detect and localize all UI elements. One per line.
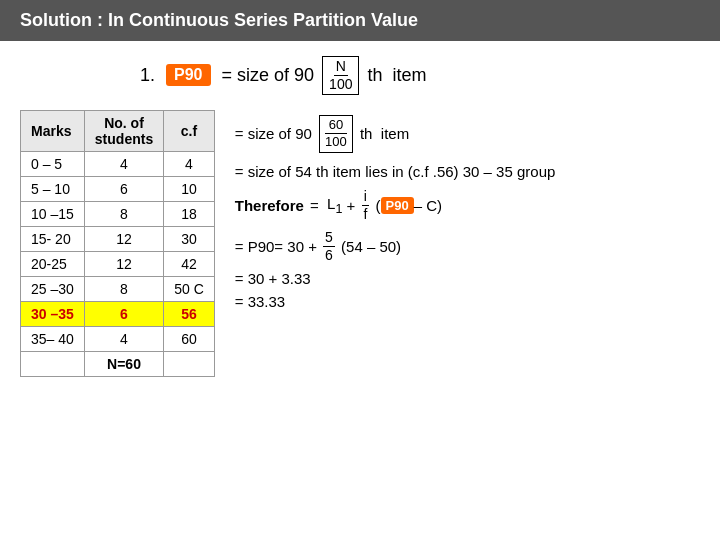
minus-c: – C): [414, 197, 442, 214]
table-cell-5-1: 8: [84, 276, 163, 301]
therefore-equals: =: [310, 197, 319, 214]
table-row: 35– 40460: [21, 326, 215, 351]
table-row: 5 – 10610: [21, 176, 215, 201]
table-cell-7-1: 4: [84, 326, 163, 351]
table-cell-3-0: 15- 20: [21, 226, 85, 251]
formula-fraction: 60 100: [319, 115, 353, 154]
header-title: Solution : In Continuous Series Partitio…: [20, 10, 418, 30]
table-cell-4-2: 42: [164, 251, 215, 276]
line1-fraction: N 100: [322, 56, 359, 95]
table-cell-0-0: 0 – 5: [21, 151, 85, 176]
table-cell-4-1: 12: [84, 251, 163, 276]
eq2-suffix: (54 – 50): [341, 238, 401, 255]
col-header-marks: Marks: [21, 110, 85, 151]
table-cell-3-2: 30: [164, 226, 215, 251]
line1-item: item: [393, 65, 427, 86]
formula-header-line: = size of 90 60 100 th item: [235, 115, 700, 154]
eq3-line: = 30 + 3.33: [235, 270, 700, 287]
i-numerator: i: [362, 188, 369, 206]
i-over-f-fraction: i f: [361, 188, 369, 223]
eq2-fraction: 5 6: [323, 229, 335, 264]
table-row: 30 –35656: [21, 301, 215, 326]
l1-sub: 1: [335, 202, 342, 216]
eq4-line: = 33.33: [235, 293, 700, 310]
table-cell-6-2: 56: [164, 301, 215, 326]
formula-equals: = size of 90: [235, 125, 312, 142]
line1-frac-num: N: [334, 58, 348, 76]
size-line-text: = size of 54 th item lies in (c.f .56) 3…: [235, 163, 556, 180]
line1-frac-den: 100: [327, 76, 354, 93]
table-cell-1-1: 6: [84, 176, 163, 201]
formula-frac-num: 60: [325, 117, 347, 135]
table-cell-7-0: 35– 40: [21, 326, 85, 351]
table-cell-4-0: 20-25: [21, 251, 85, 276]
line1-formula: 1. P90 = size of 90 N 100 th item: [140, 56, 700, 95]
table-cell-7-2: 60: [164, 326, 215, 351]
formula-item: item: [381, 125, 409, 142]
table-cell-1-2: 10: [164, 176, 215, 201]
formula-frac-den: 100: [325, 134, 347, 151]
line1-equals: = size of 90: [222, 65, 315, 86]
l1-label: L1: [327, 195, 342, 216]
therefore-line: Therefore = L1 + i f ( P90 – C): [235, 188, 700, 223]
main-content: 1. P90 = size of 90 N 100 th item Marks …: [0, 41, 720, 392]
table-cell-1-0: 5 – 10: [21, 176, 85, 201]
eq2-line: = P90= 30 + 5 6 (54 – 50): [235, 229, 700, 264]
table-section: Marks No. ofstudents c.f 0 – 5445 – 1061…: [20, 110, 215, 377]
table-row: 10 –15818: [21, 201, 215, 226]
p90-small-badge: P90: [381, 197, 414, 214]
p90-badge: P90: [166, 64, 210, 86]
formula-th: th: [360, 125, 373, 142]
size-line: = size of 54 th item lies in (c.f .56) 3…: [235, 163, 700, 180]
col-header-students: No. ofstudents: [84, 110, 163, 151]
eq4-text: = 33.33: [235, 293, 285, 310]
eq2-num: 5: [323, 229, 335, 247]
page-header: Solution : In Continuous Series Partitio…: [0, 0, 720, 41]
eq2-den: 6: [323, 247, 335, 264]
table-cell-2-1: 8: [84, 201, 163, 226]
table-row: 15- 201230: [21, 226, 215, 251]
table-cell-3-1: 12: [84, 226, 163, 251]
eq3-text: = 30 + 3.33: [235, 270, 311, 287]
p90-parens: (: [376, 197, 381, 214]
line1-number: 1.: [140, 65, 155, 86]
table-cell-5-2: 50 C: [164, 276, 215, 301]
data-table: Marks No. ofstudents c.f 0 – 5445 – 1061…: [20, 110, 215, 377]
main-area: Marks No. ofstudents c.f 0 – 5445 – 1061…: [20, 110, 700, 377]
line1-th: th: [367, 65, 382, 86]
eq2-prefix: = P90= 30 +: [235, 238, 317, 255]
therefore-label: Therefore: [235, 197, 304, 214]
table-cell-0-1: 4: [84, 151, 163, 176]
table-cell-6-1: 6: [84, 301, 163, 326]
table-cell-0-2: 4: [164, 151, 215, 176]
table-row: 25 –30850 C: [21, 276, 215, 301]
table-cell-5-0: 25 –30: [21, 276, 85, 301]
f-denominator: f: [361, 206, 369, 223]
plus-sign: +: [347, 197, 356, 214]
table-cell-6-0: 30 –35: [21, 301, 85, 326]
table-cell-2-2: 18: [164, 201, 215, 226]
col-header-cf: c.f: [164, 110, 215, 151]
table-cell-2-0: 10 –15: [21, 201, 85, 226]
table-row: 20-251242: [21, 251, 215, 276]
right-section: = size of 90 60 100 th item = size of 54…: [235, 110, 700, 377]
table-row: 0 – 544: [21, 151, 215, 176]
table-footer-n60: N=60: [84, 351, 163, 376]
